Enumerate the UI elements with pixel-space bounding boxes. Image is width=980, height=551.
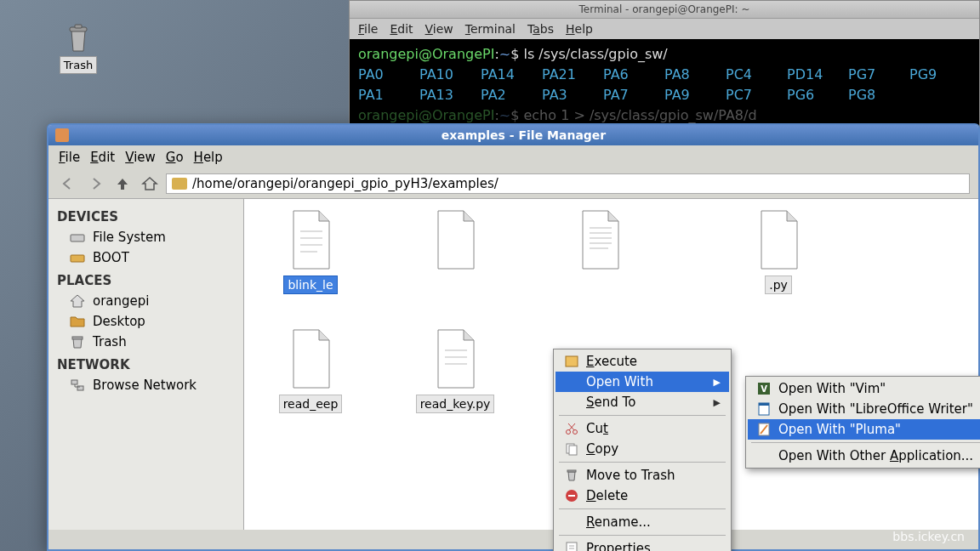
file-label: blink_le xyxy=(283,276,337,294)
terminal-menu-file[interactable]: File xyxy=(358,22,378,36)
path-bar[interactable]: /home/orangepi/orangepi_gpio_pyH3/exampl… xyxy=(166,173,970,194)
ctx-open-other[interactable]: Open With Other Application... xyxy=(748,446,980,466)
text-file-icon xyxy=(285,209,336,272)
trash-icon xyxy=(564,468,579,483)
desktop-trash-label: Trash xyxy=(60,56,97,74)
sidebar-section-places: PLACES xyxy=(48,268,243,291)
svg-rect-3 xyxy=(71,255,84,262)
terminal-title: Terminal - orangepi@OrangePI: ~ xyxy=(350,1,979,19)
ctx-copy[interactable]: Copy xyxy=(556,439,729,459)
sidebar-item-boot[interactable]: BOOT xyxy=(48,247,243,268)
ctx-open-writer[interactable]: Open With "LibreOffice Writer" xyxy=(748,399,980,419)
term-cmd1: ls /sys/class/gpio_sw/ xyxy=(523,46,667,62)
home-icon xyxy=(69,293,86,309)
terminal-body[interactable]: orangepi@OrangePI:~$ ls /sys/class/gpio_… xyxy=(350,39,979,131)
context-submenu-open-with: VOpen With "Vim" Open With "LibreOffice … xyxy=(745,376,980,469)
svg-rect-2 xyxy=(71,235,84,241)
ctx-execute[interactable]: Execute xyxy=(556,351,729,372)
desktop-trash[interactable]: Trash xyxy=(51,20,105,74)
file-item[interactable] xyxy=(540,209,659,294)
nav-up-button[interactable] xyxy=(111,173,134,195)
sidebar-item-desktop[interactable]: Desktop xyxy=(48,311,243,332)
fm-toolbar: /home/orangepi/orangepi_gpio_pyH3/exampl… xyxy=(48,169,978,199)
file-item[interactable]: read_key.py xyxy=(396,328,515,413)
svg-text:V: V xyxy=(761,384,767,394)
svg-rect-19 xyxy=(566,356,578,366)
trash-icon xyxy=(69,334,86,349)
svg-rect-23 xyxy=(569,446,577,455)
nav-back-button[interactable] xyxy=(57,173,79,195)
fm-menu-help[interactable]: Help xyxy=(194,150,223,165)
terminal-menubar: File Edit View Terminal Tabs Help xyxy=(350,19,979,39)
drive-icon xyxy=(69,250,86,265)
fm-titlebar[interactable]: examples - File Manager xyxy=(48,125,978,145)
filemanager-window: examples - File Manager File Edit View G… xyxy=(47,123,980,551)
ctx-open-vim[interactable]: VOpen With "Vim" xyxy=(748,378,980,399)
svg-rect-24 xyxy=(567,470,576,472)
watermark-brand: ICKEY xyxy=(888,489,966,515)
text-file-icon xyxy=(574,209,625,272)
term-ls-row1: PA0PA10PA14PA21PA6PA8PC4PD14PG7PG9 xyxy=(358,65,971,85)
ctx-move-to-trash[interactable]: Move to Trash xyxy=(556,465,729,486)
pluma-icon xyxy=(756,422,772,437)
copy-icon xyxy=(564,441,579,457)
svg-rect-5 xyxy=(71,380,77,384)
fm-menu-go[interactable]: Go xyxy=(166,150,184,165)
ctx-open-pluma[interactable]: Open With "Pluma" xyxy=(748,419,980,440)
sidebar-item-browse-network[interactable]: Browse Network xyxy=(48,375,243,395)
terminal-menu-edit[interactable]: Edit xyxy=(390,22,413,36)
fm-content[interactable]: blink_le .py read_eep read_key.py xyxy=(244,199,978,530)
ctx-rename[interactable]: Rename... xyxy=(556,512,729,532)
file-label: .py xyxy=(765,276,792,294)
folder-icon xyxy=(69,314,86,329)
nav-forward-button[interactable] xyxy=(84,173,106,195)
term-ls-row2: PA1PA13PA2PA3PA7PA9PC7PG6PG8 xyxy=(358,85,971,105)
ctx-delete[interactable]: Delete xyxy=(556,486,729,506)
term-cmd2: echo 1 > /sys/class/gpio_sw/PA8/d xyxy=(523,107,756,123)
terminal-menu-help[interactable]: Help xyxy=(566,22,593,36)
trash-icon xyxy=(61,20,95,54)
text-file-icon xyxy=(430,328,481,391)
fm-menu-view[interactable]: View xyxy=(125,150,156,165)
sidebar-section-devices: DEVICES xyxy=(48,204,243,227)
writer-icon xyxy=(756,401,772,417)
file-label: read_eep xyxy=(279,395,343,413)
watermark-line2: bbs.ickey.cn xyxy=(888,530,966,544)
ctx-send-to[interactable]: Send To▶ xyxy=(556,392,729,412)
sidebar-item-home[interactable]: orangepi xyxy=(48,291,243,311)
svg-rect-4 xyxy=(72,337,83,339)
text-file-icon xyxy=(430,209,481,272)
execute-icon xyxy=(564,354,579,369)
text-file-icon xyxy=(753,209,804,272)
ctx-cut[interactable]: Cut xyxy=(556,418,729,439)
terminal-menu-view[interactable]: View xyxy=(425,22,453,36)
fm-menu-edit[interactable]: Edit xyxy=(90,150,115,165)
nav-home-button[interactable] xyxy=(139,173,161,195)
chevron-right-icon: ▶ xyxy=(714,377,721,388)
svg-rect-1 xyxy=(75,25,82,28)
svg-rect-26 xyxy=(568,495,575,497)
scissors-icon xyxy=(564,421,579,436)
drive-icon xyxy=(69,230,86,245)
delete-icon xyxy=(564,488,579,503)
svg-point-20 xyxy=(567,430,571,435)
svg-rect-33 xyxy=(759,403,769,406)
folder-icon xyxy=(172,178,187,190)
vim-icon: V xyxy=(756,381,772,396)
file-item[interactable]: .py xyxy=(719,209,838,294)
sidebar-item-trash[interactable]: Trash xyxy=(48,332,243,352)
ctx-open-with[interactable]: Open With▶ xyxy=(556,372,729,392)
file-item[interactable]: blink_le xyxy=(251,209,370,294)
fm-title-text: examples - File Manager xyxy=(76,128,971,142)
separator xyxy=(751,442,980,443)
watermark: ICKEY 云汉电子社区 bbs.ickey.cn xyxy=(888,489,966,544)
svg-point-21 xyxy=(573,430,578,435)
terminal-menu-tabs[interactable]: Tabs xyxy=(527,22,554,36)
fm-title-icon xyxy=(55,128,69,142)
file-item[interactable] xyxy=(396,209,515,294)
ctx-properties[interactable]: Properties... xyxy=(556,538,729,551)
sidebar-item-filesystem[interactable]: File System xyxy=(48,227,243,247)
file-item[interactable]: read_eep xyxy=(251,328,370,413)
terminal-menu-terminal[interactable]: Terminal xyxy=(465,22,516,36)
fm-menu-file[interactable]: File xyxy=(59,150,80,165)
